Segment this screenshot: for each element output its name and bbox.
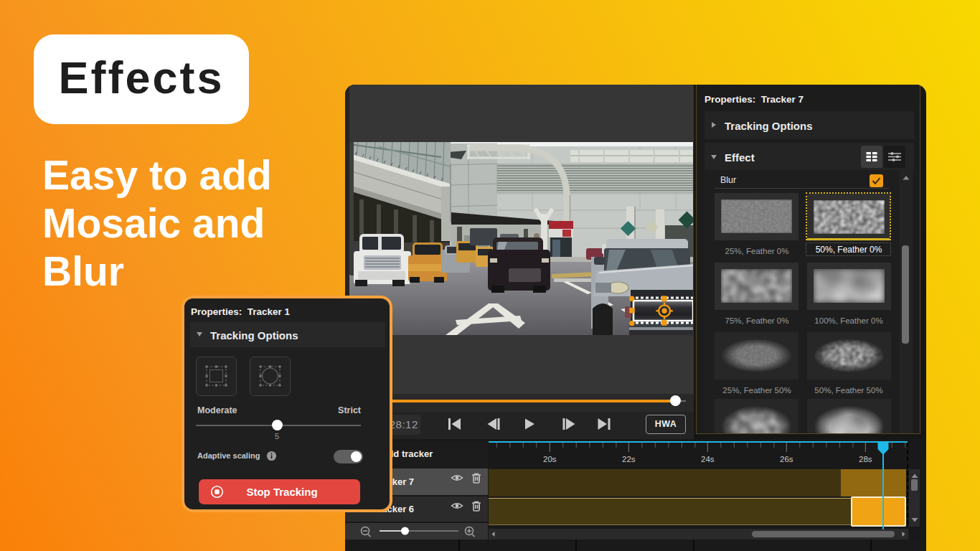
svg-text:22s: 22s (622, 455, 636, 463)
svg-text:26s: 26s (780, 455, 793, 463)
svg-text:20s: 20s (543, 455, 557, 463)
svg-text:24s: 24s (701, 455, 715, 463)
svg-text:28s: 28s (859, 455, 872, 463)
